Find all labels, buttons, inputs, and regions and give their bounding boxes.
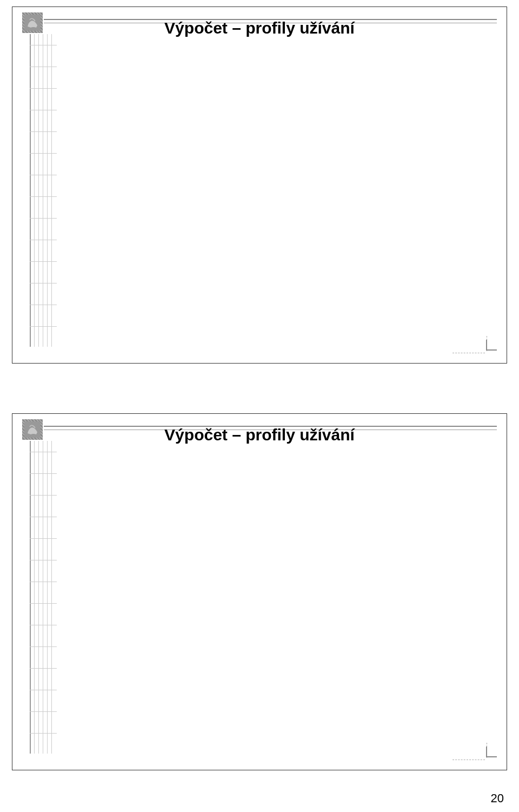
slide-1: Výpočet – profily užívání — [12, 6, 507, 364]
slide-inner: Výpočet – profily užívání — [12, 414, 507, 770]
slide-2: Výpočet – profily užívání — [12, 413, 507, 770]
slide-title: Výpočet – profily užívání — [12, 19, 507, 37]
page-number: 20 — [491, 791, 504, 806]
slide-inner: Výpočet – profily užívání — [12, 7, 507, 363]
left-grid-decoration — [30, 441, 57, 754]
corner-decoration — [454, 738, 497, 760]
left-grid-decoration — [30, 34, 57, 347]
corner-decoration — [454, 332, 497, 353]
slide-title: Výpočet – profily užívání — [12, 426, 507, 444]
